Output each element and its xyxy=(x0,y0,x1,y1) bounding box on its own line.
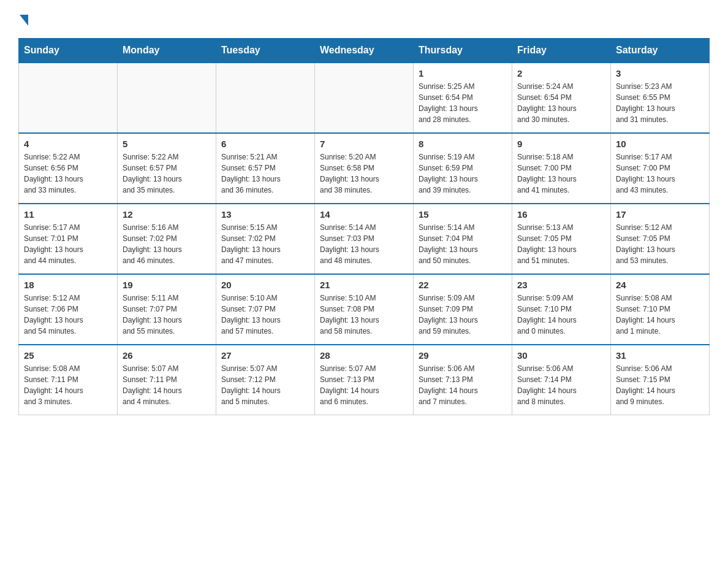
day-info: Sunrise: 5:08 AMSunset: 7:11 PMDaylight:… xyxy=(24,363,112,407)
day-info: Sunrise: 5:06 AMSunset: 7:15 PMDaylight:… xyxy=(616,363,704,407)
day-info: Sunrise: 5:17 AMSunset: 7:00 PMDaylight:… xyxy=(616,151,704,196)
calendar-cell: 11Sunrise: 5:17 AMSunset: 7:01 PMDayligh… xyxy=(19,204,118,274)
day-info: Sunrise: 5:06 AMSunset: 7:13 PMDaylight:… xyxy=(419,363,507,407)
weekday-header-monday: Monday xyxy=(118,39,216,63)
day-number: 8 xyxy=(419,139,507,149)
day-number: 17 xyxy=(616,209,704,220)
day-info: Sunrise: 5:16 AMSunset: 7:02 PMDaylight:… xyxy=(123,222,211,266)
day-info: Sunrise: 5:09 AMSunset: 7:10 PMDaylight:… xyxy=(517,293,605,337)
calendar-cell: 19Sunrise: 5:11 AMSunset: 7:07 PMDayligh… xyxy=(118,274,216,345)
calendar-cell xyxy=(216,63,315,133)
logo xyxy=(18,12,28,26)
day-number: 10 xyxy=(616,139,704,149)
calendar-cell: 7Sunrise: 5:20 AMSunset: 6:58 PMDaylight… xyxy=(315,133,414,204)
day-number: 9 xyxy=(517,139,605,149)
calendar-cell: 24Sunrise: 5:08 AMSunset: 7:10 PMDayligh… xyxy=(611,274,710,345)
day-info: Sunrise: 5:14 AMSunset: 7:03 PMDaylight:… xyxy=(320,222,408,266)
day-number: 6 xyxy=(221,139,309,149)
day-info: Sunrise: 5:12 AMSunset: 7:06 PMDaylight:… xyxy=(24,293,112,337)
day-number: 21 xyxy=(320,280,408,290)
day-number: 19 xyxy=(123,280,211,290)
day-number: 13 xyxy=(221,209,309,220)
day-number: 3 xyxy=(616,68,704,79)
calendar-cell: 5Sunrise: 5:22 AMSunset: 6:57 PMDaylight… xyxy=(118,133,216,204)
day-info: Sunrise: 5:13 AMSunset: 7:05 PMDaylight:… xyxy=(517,222,605,266)
day-number: 15 xyxy=(419,209,507,220)
calendar-cell: 31Sunrise: 5:06 AMSunset: 7:15 PMDayligh… xyxy=(611,345,710,415)
calendar-cell: 14Sunrise: 5:14 AMSunset: 7:03 PMDayligh… xyxy=(315,204,414,274)
day-number: 27 xyxy=(221,350,309,361)
day-info: Sunrise: 5:15 AMSunset: 7:02 PMDaylight:… xyxy=(221,222,309,266)
calendar-cell: 16Sunrise: 5:13 AMSunset: 7:05 PMDayligh… xyxy=(512,204,611,274)
day-number: 31 xyxy=(616,350,704,361)
day-number: 29 xyxy=(419,350,507,361)
day-number: 12 xyxy=(123,209,211,220)
day-number: 16 xyxy=(517,209,605,220)
calendar-cell: 1Sunrise: 5:25 AMSunset: 6:54 PMDaylight… xyxy=(414,63,512,133)
calendar-cell: 22Sunrise: 5:09 AMSunset: 7:09 PMDayligh… xyxy=(414,274,512,345)
calendar-cell: 13Sunrise: 5:15 AMSunset: 7:02 PMDayligh… xyxy=(216,204,315,274)
day-number: 1 xyxy=(419,68,507,79)
weekday-header-sunday: Sunday xyxy=(19,39,118,63)
day-info: Sunrise: 5:22 AMSunset: 6:57 PMDaylight:… xyxy=(123,151,211,196)
weekday-header-wednesday: Wednesday xyxy=(315,39,414,63)
weekday-header-thursday: Thursday xyxy=(414,39,512,63)
day-info: Sunrise: 5:17 AMSunset: 7:01 PMDaylight:… xyxy=(24,222,112,266)
day-info: Sunrise: 5:19 AMSunset: 6:59 PMDaylight:… xyxy=(419,151,507,196)
day-number: 22 xyxy=(419,280,507,290)
calendar-cell: 2Sunrise: 5:24 AMSunset: 6:54 PMDaylight… xyxy=(512,63,611,133)
calendar-cell: 6Sunrise: 5:21 AMSunset: 6:57 PMDaylight… xyxy=(216,133,315,204)
day-info: Sunrise: 5:07 AMSunset: 7:11 PMDaylight:… xyxy=(123,363,211,407)
day-info: Sunrise: 5:21 AMSunset: 6:57 PMDaylight:… xyxy=(221,151,309,196)
calendar-cell: 12Sunrise: 5:16 AMSunset: 7:02 PMDayligh… xyxy=(118,204,216,274)
calendar-cell: 25Sunrise: 5:08 AMSunset: 7:11 PMDayligh… xyxy=(19,345,118,415)
calendar-cell: 3Sunrise: 5:23 AMSunset: 6:55 PMDaylight… xyxy=(611,63,710,133)
day-info: Sunrise: 5:18 AMSunset: 7:00 PMDaylight:… xyxy=(517,151,605,196)
day-info: Sunrise: 5:11 AMSunset: 7:07 PMDaylight:… xyxy=(123,293,211,337)
calendar-cell: 21Sunrise: 5:10 AMSunset: 7:08 PMDayligh… xyxy=(315,274,414,345)
calendar-cell: 23Sunrise: 5:09 AMSunset: 7:10 PMDayligh… xyxy=(512,274,611,345)
calendar-cell: 9Sunrise: 5:18 AMSunset: 7:00 PMDaylight… xyxy=(512,133,611,204)
calendar-cell: 20Sunrise: 5:10 AMSunset: 7:07 PMDayligh… xyxy=(216,274,315,345)
day-number: 28 xyxy=(320,350,408,361)
day-number: 20 xyxy=(221,280,309,290)
week-row-2: 4Sunrise: 5:22 AMSunset: 6:56 PMDaylight… xyxy=(19,133,710,204)
day-number: 5 xyxy=(123,139,211,149)
day-info: Sunrise: 5:20 AMSunset: 6:58 PMDaylight:… xyxy=(320,151,408,196)
day-number: 24 xyxy=(616,280,704,290)
calendar-cell xyxy=(118,63,216,133)
day-info: Sunrise: 5:12 AMSunset: 7:05 PMDaylight:… xyxy=(616,222,704,266)
day-info: Sunrise: 5:22 AMSunset: 6:56 PMDaylight:… xyxy=(24,151,112,196)
calendar-cell: 4Sunrise: 5:22 AMSunset: 6:56 PMDaylight… xyxy=(19,133,118,204)
calendar-cell: 26Sunrise: 5:07 AMSunset: 7:11 PMDayligh… xyxy=(118,345,216,415)
day-info: Sunrise: 5:06 AMSunset: 7:14 PMDaylight:… xyxy=(517,363,605,407)
calendar-cell: 17Sunrise: 5:12 AMSunset: 7:05 PMDayligh… xyxy=(611,204,710,274)
day-number: 4 xyxy=(24,139,112,149)
week-row-5: 25Sunrise: 5:08 AMSunset: 7:11 PMDayligh… xyxy=(19,345,710,415)
logo-triangle-icon xyxy=(20,15,28,26)
day-info: Sunrise: 5:23 AMSunset: 6:55 PMDaylight:… xyxy=(616,81,704,125)
weekday-header-tuesday: Tuesday xyxy=(216,39,315,63)
calendar-cell: 8Sunrise: 5:19 AMSunset: 6:59 PMDaylight… xyxy=(414,133,512,204)
day-number: 11 xyxy=(24,209,112,220)
calendar-table: SundayMondayTuesdayWednesdayThursdayFrid… xyxy=(18,38,710,415)
page-header xyxy=(18,12,710,26)
day-number: 7 xyxy=(320,139,408,149)
day-info: Sunrise: 5:07 AMSunset: 7:12 PMDaylight:… xyxy=(221,363,309,407)
day-info: Sunrise: 5:24 AMSunset: 6:54 PMDaylight:… xyxy=(517,81,605,125)
day-info: Sunrise: 5:14 AMSunset: 7:04 PMDaylight:… xyxy=(419,222,507,266)
calendar-cell: 15Sunrise: 5:14 AMSunset: 7:04 PMDayligh… xyxy=(414,204,512,274)
day-number: 25 xyxy=(24,350,112,361)
week-row-1: 1Sunrise: 5:25 AMSunset: 6:54 PMDaylight… xyxy=(19,63,710,133)
calendar-header-row: SundayMondayTuesdayWednesdayThursdayFrid… xyxy=(19,39,710,63)
calendar-cell xyxy=(19,63,118,133)
week-row-3: 11Sunrise: 5:17 AMSunset: 7:01 PMDayligh… xyxy=(19,204,710,274)
calendar-cell: 18Sunrise: 5:12 AMSunset: 7:06 PMDayligh… xyxy=(19,274,118,345)
weekday-header-friday: Friday xyxy=(512,39,611,63)
day-info: Sunrise: 5:25 AMSunset: 6:54 PMDaylight:… xyxy=(419,81,507,125)
day-number: 2 xyxy=(517,68,605,79)
calendar-cell: 29Sunrise: 5:06 AMSunset: 7:13 PMDayligh… xyxy=(414,345,512,415)
day-number: 23 xyxy=(517,280,605,290)
day-info: Sunrise: 5:10 AMSunset: 7:07 PMDaylight:… xyxy=(221,293,309,337)
day-info: Sunrise: 5:09 AMSunset: 7:09 PMDaylight:… xyxy=(419,293,507,337)
